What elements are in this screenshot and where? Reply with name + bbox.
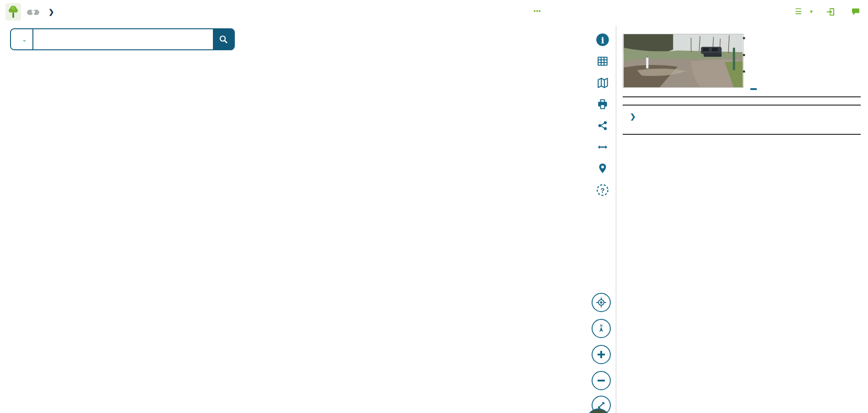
search-input[interactable] (33, 29, 213, 49)
geolocate-button[interactable] (592, 293, 611, 312)
data-table-icon[interactable] (596, 54, 609, 68)
swap-horizontal-icon[interactable] (596, 140, 609, 154)
search-category-select[interactable]: ⌄ (11, 29, 32, 49)
select-caret-icon: ⌄ (22, 36, 27, 43)
breadcrumb-chevron-icon: ❯ (48, 8, 54, 16)
location-pin-icon[interactable] (596, 162, 609, 175)
app-header: ❯ ••• ☰ ▼ (0, 0, 868, 24)
compass-north-button[interactable]: N (592, 319, 611, 338)
zoom-out-button[interactable] (592, 371, 611, 390)
dots-icon: ••• (534, 7, 541, 14)
hands-heart-icon (26, 7, 40, 16)
nav-language[interactable] (852, 8, 863, 16)
tree-logo-icon (5, 3, 21, 21)
divider (623, 134, 861, 135)
map-canvas[interactable] (4, 26, 616, 413)
site-logo[interactable] (5, 3, 40, 21)
nav-liste-des-cartes[interactable]: ••• (534, 7, 545, 14)
help-icon[interactable]: ? (596, 183, 609, 197)
svg-text:N: N (600, 324, 602, 327)
minus-icon (750, 88, 757, 90)
nav-menu[interactable]: ☰ ▼ (795, 7, 814, 16)
login-icon (826, 8, 835, 16)
nav-login[interactable] (826, 8, 839, 16)
share-icon[interactable] (596, 119, 609, 132)
chevron-down-icon: ▼ (809, 9, 814, 14)
hamburger-icon: ☰ (795, 7, 802, 16)
address-search-bar: ⌄ (10, 28, 235, 50)
print-icon[interactable] (596, 97, 609, 111)
show-basemap-legend-toggle[interactable]: ❯ (623, 106, 861, 127)
zoom-in-button[interactable] (592, 345, 611, 364)
divider (623, 96, 861, 97)
flood-photo (623, 34, 744, 88)
info-icon[interactable]: i (596, 33, 609, 47)
search-icon (219, 35, 228, 44)
chevron-right-icon: ❯ (630, 112, 636, 121)
speech-bubble-icon (852, 8, 860, 16)
show-less-button[interactable] (750, 88, 861, 90)
svg-text:i: i (601, 35, 604, 45)
map-container: ⌄ i (4, 26, 616, 413)
map-toolbar: i (589, 26, 616, 209)
panel-divider (616, 26, 616, 413)
svg-text:?: ? (600, 186, 604, 194)
info-panel: ❯ (618, 26, 868, 413)
search-button[interactable] (213, 29, 234, 49)
basemap-book-icon[interactable] (596, 76, 609, 90)
